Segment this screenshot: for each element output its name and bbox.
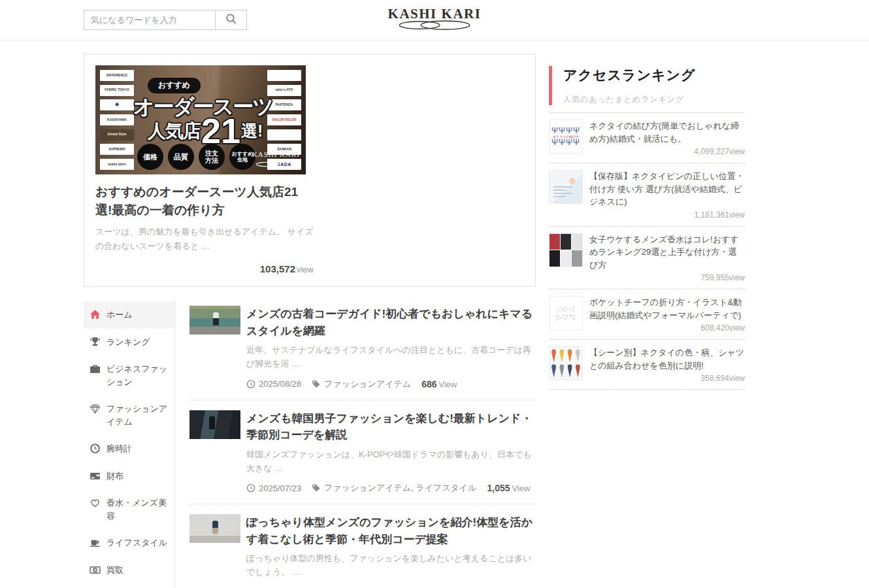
banner-left-logos: DIFFERENCE FABRIC TOKYO ◆ KASHIYAMA Glob… — [100, 70, 134, 170]
tag-icon — [312, 483, 321, 493]
article-thumbnail — [189, 306, 240, 335]
banner-circle-badge: 品質 — [168, 144, 194, 170]
main-content: DIFFERENCE FABRIC TOKYO ◆ KASHIYAMA Glob… — [84, 54, 745, 588]
ranking-thumbnail-pocket-chief: □◇◁▷▽◹ — [549, 296, 583, 330]
featured-banner-image: DIFFERENCE FABRIC TOKYO ◆ KASHIYAMA Glob… — [95, 65, 306, 174]
sidebar-item-watch[interactable]: 腕時計 — [84, 435, 174, 463]
article-title[interactable]: メンズも韓国男子ファッションを楽しむ!最新トレンド・季節別コーデを解説 — [246, 410, 536, 444]
sidebar-item-fashion-item[interactable]: ファッションアイテム — [84, 395, 174, 435]
article-date: 2025/08/28 — [246, 379, 301, 389]
ranking-sidebar: アクセスランキング 人気のあったまとめランキング ΨΨΨΨネクタイの結び方ΨΨΨ… — [549, 54, 745, 588]
article-list-item[interactable]: メンズの古着コーデガイド!初心者でもおしゃれにキマるスタイルを網羅 近年、サステ… — [189, 300, 536, 400]
brand-chip: Global Style — [100, 129, 134, 140]
article-thumbnail — [189, 514, 240, 543]
search-icon — [225, 13, 237, 27]
home-icon — [90, 309, 101, 320]
featured-article-card[interactable]: DIFFERENCE FABRIC TOKYO ◆ KASHIYAMA Glob… — [84, 54, 536, 287]
ranking-item[interactable]: 【保存版】ネクタイピンの正しい位置・付け方 使い方 選び方(就活や結婚式、ビジネ… — [549, 163, 745, 227]
search-input[interactable] — [84, 10, 216, 30]
ranking-item[interactable]: 女子ウケするメンズ香水はコレ!おすすめランキング29選と上手な付け方・選び方 7… — [549, 227, 745, 290]
brand-chip: FABRIC TOKYO — [100, 85, 134, 96]
brand-chip: SUPREMO — [100, 144, 134, 155]
banner-feature-badges: 価格 品質 注文 方法 おすすめ 生地 — [137, 144, 255, 170]
ranking-list: ΨΨΨΨネクタイの結び方ΨΨΨΨ ネクタイの結び方(簡単でおしゃれな締め方)結婚… — [549, 112, 745, 390]
search-button[interactable] — [215, 10, 247, 30]
ranking-item-views: 608,420view — [589, 323, 745, 333]
ranking-item-title[interactable]: 【保存版】ネクタイピンの正しい位置・付け方 使い方 選び方(就活や結婚式、ビジネ… — [589, 170, 745, 208]
ranking-item[interactable]: □◇◁▷▽◹ ポケットチーフの折り方・イラスト&動画説明(結婚式やフォーマルパー… — [549, 289, 745, 340]
mug-icon — [90, 537, 101, 548]
banner-badge: おすすめ — [148, 78, 201, 93]
ranking-title: アクセスランキング — [563, 66, 745, 84]
ranking-item[interactable]: 【シーン別】ネクタイの色・柄、シャツとの組み合わせを色別に説明! 358,694… — [549, 340, 745, 390]
ranking-thumbnail-necktie: ΨΨΨΨネクタイの結び方ΨΨΨΨ — [549, 120, 583, 154]
site-header: KASHI KARI — [0, 0, 869, 41]
article-view-count: 686View — [421, 379, 457, 389]
left-column: DIFFERENCE FABRIC TOKYO ◆ KASHIYAMA Glob… — [84, 54, 536, 588]
featured-article-excerpt: スーツは、男の魅力を最も引き出せるアイテム。 サイズの合わないスーツを着ると … — [95, 225, 314, 253]
watch-icon — [90, 443, 101, 454]
sidebar-item-kaitori[interactable]: 買取 — [84, 557, 174, 584]
ranking-item[interactable]: ΨΨΨΨネクタイの結び方ΨΨΨΨ ネクタイの結び方(簡単でおしゃれな締め方)結婚… — [549, 113, 745, 163]
article-meta: 2025/07/23 ファッションアイテム, ライフスタイル 1,055View — [246, 482, 536, 494]
ranking-item-views: 358,694view — [589, 374, 745, 383]
ranking-subtitle: 人気のあったまとめランキング — [563, 94, 745, 105]
clock-icon — [246, 380, 255, 389]
ranking-item-title[interactable]: 女子ウケするメンズ香水はコレ!おすすめランキング29選と上手な付け方・選び方 — [589, 233, 745, 272]
site-logo[interactable]: KASHI KARI — [388, 6, 482, 33]
ranking-item-title[interactable]: ネクタイの結び方(簡単でおしゃれな締め方)結婚式・就活にも。 — [589, 120, 745, 145]
sidebar-item-perfume-beauty[interactable]: 香水・メンズ美容 — [84, 489, 174, 529]
article-meta: 2025/08/28 ファッションアイテム 686View — [246, 378, 536, 390]
brand-chip: DIFFERENCE — [100, 70, 134, 81]
brand-chip: KASHIYAMA — [100, 114, 134, 125]
ranking-thumbnail-perfume — [549, 233, 583, 267]
article-excerpt: ぽっちゃり体型の男性も、ファッションを楽しみたいと考えることは多いでしょう。 … — [246, 552, 536, 580]
clock-icon — [246, 483, 255, 493]
ranking-item-title[interactable]: ポケットチーフの折り方・イラスト&動画説明(結婚式やフォーマルパーティで) — [589, 296, 745, 321]
sidebar-item-rental-subscription[interactable]: レンタル・サブスクリプション — [84, 583, 174, 588]
article-list-item[interactable]: メンズも韓国男子ファッションを楽しむ!最新トレンド・季節別コーデを解説 韓国メン… — [189, 404, 536, 505]
article-thumbnail — [189, 410, 240, 439]
article-categories: ファッションアイテム — [312, 378, 411, 390]
wallet-icon — [90, 470, 101, 482]
diamond-icon — [90, 403, 101, 414]
tag-icon — [312, 380, 321, 389]
cash-icon — [90, 564, 101, 576]
sidebar-item-business-fashion[interactable]: ビジネスファッション — [84, 355, 174, 395]
banner-subheadline: 人気店 21 選! — [148, 116, 263, 146]
article-view-count: 1,055View — [487, 483, 530, 493]
sidebar-item-ranking[interactable]: ランキング — [84, 329, 174, 356]
ranking-item-views: 4,099,227view — [589, 147, 745, 156]
brand-chip: ◆ — [100, 99, 134, 110]
content-row: ホーム ランキング ビジネスファッション ファッションアイテム 腕時計 — [84, 300, 536, 588]
ranking-thumbnail-tie-colors — [549, 346, 583, 380]
article-title[interactable]: メンズの古着コーデガイド!初心者でもおしゃれにキマるスタイルを網羅 — [246, 306, 536, 339]
article-title[interactable]: ぽっちゃり体型メンズのファッションを紹介!体型を活かす着こなし術と季節・年代別コ… — [246, 514, 536, 547]
banner-circle-badge: 価格 — [137, 144, 163, 170]
brand-chip: azabu tailor — [100, 159, 134, 170]
logo-swirl-icon — [388, 20, 482, 33]
article-excerpt: 韓国メンズファッションは、K-POPや韓国ドラマの影響もあり、日本でも大きな … — [246, 448, 536, 476]
article-list: メンズの古着コーデガイド!初心者でもおしゃれにキマるスタイルを網羅 近年、サステ… — [175, 300, 536, 588]
sidebar-item-home[interactable]: ホーム — [84, 301, 174, 329]
article-date: 2025/07/23 — [246, 483, 301, 493]
article-list-item[interactable]: ぽっちゃり体型メンズのファッションを紹介!体型を活かす着こなし術と季節・年代別コ… — [189, 508, 536, 588]
banner-circle-badge: 注文 方法 — [199, 144, 225, 170]
trophy-icon — [90, 336, 101, 348]
sidebar-menu: ホーム ランキング ビジネスファッション ファッションアイテム 腕時計 — [84, 300, 175, 588]
sidebar-item-lifestyle[interactable]: ライフスタイル — [84, 529, 174, 557]
briefcase-icon — [90, 363, 101, 374]
brand-chip — [267, 70, 301, 81]
ranking-thumbnail-tiepin — [549, 170, 583, 204]
article-excerpt: 近年、サステナブルなライフスタイルへの注目とともに、古着コーデは再び脚光を浴 … — [246, 344, 536, 371]
sidebar-item-wallet[interactable]: 財布 — [84, 463, 174, 490]
ranking-item-views: 1,181,361view — [589, 210, 745, 220]
featured-view-count: 103,572view — [95, 263, 314, 275]
ranking-item-title[interactable]: 【シーン別】ネクタイの色・柄、シャツとの組み合わせを色別に説明! — [589, 346, 745, 372]
banner-kashikari-logo: KASHI KARI — [252, 150, 300, 170]
featured-article-title[interactable]: おすすめのオーダースーツ人気店21選!最高の一着の作り方 — [95, 183, 314, 219]
heart-icon — [90, 497, 101, 508]
brand-chip — [267, 129, 301, 140]
article-categories: ファッションアイテム, ライフスタイル — [312, 482, 476, 494]
ranking-item-views: 759,955view — [589, 273, 745, 282]
